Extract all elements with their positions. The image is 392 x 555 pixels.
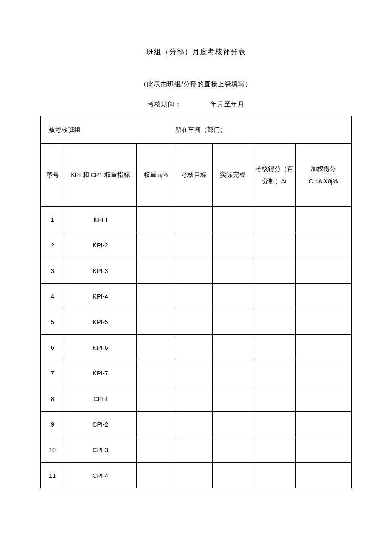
cell-weighted — [296, 284, 352, 309]
cell-weight — [137, 309, 175, 335]
header-seq: 序号 — [41, 144, 64, 207]
assessment-period: 考核期间： 年月至年月 — [40, 100, 352, 108]
cell-seq: 3 — [41, 258, 64, 284]
cell-weight — [137, 284, 175, 309]
header-weighted: 加权得分 Ci=AiX8j% — [296, 144, 352, 207]
cell-actual — [213, 258, 253, 284]
dept-label: 所在车间（部门） — [175, 116, 253, 144]
cell-name: KPI-4 — [64, 284, 137, 309]
cell-weight — [137, 207, 175, 232]
cell-seq: 2 — [41, 232, 64, 258]
cell-score — [253, 437, 296, 463]
cell-name: CPI-4 — [64, 463, 137, 488]
cell-target — [175, 284, 213, 309]
cell-name: CPI-I — [64, 386, 137, 412]
cell-actual — [213, 360, 253, 386]
header-score: 考核得分（百分制）Ai — [253, 144, 296, 207]
cell-name: KPI-3 — [64, 258, 137, 284]
cell-score — [253, 309, 296, 335]
cell-weight — [137, 437, 175, 463]
cell-name: KPI-7 — [64, 360, 137, 386]
cell-seq: 10 — [41, 437, 64, 463]
cell-target — [175, 335, 213, 360]
cell-target — [175, 437, 213, 463]
cell-actual — [213, 232, 253, 258]
table-row: 5KPI-5 — [41, 309, 352, 335]
cell-seq: 11 — [41, 463, 64, 488]
header-kpi: KPI 和 CP1 权重指标 — [64, 144, 137, 207]
cell-actual — [213, 412, 253, 437]
cell-weighted — [296, 463, 352, 488]
cell-score — [253, 360, 296, 386]
cell-name: KPI-6 — [64, 335, 137, 360]
cell-weighted — [296, 335, 352, 360]
cell-score — [253, 207, 296, 232]
cell-weight — [137, 463, 175, 488]
cell-actual — [213, 309, 253, 335]
cell-seq: 8 — [41, 386, 64, 412]
table-row: 6KPI-6 — [41, 335, 352, 360]
cell-weight — [137, 360, 175, 386]
cell-actual — [213, 386, 253, 412]
cell-target — [175, 207, 213, 232]
cell-actual — [213, 207, 253, 232]
header-weight: 权重 ai% — [137, 144, 175, 207]
table-row: 11CPI-4 — [41, 463, 352, 488]
cell-name: KPI-5 — [64, 309, 137, 335]
cell-actual — [213, 437, 253, 463]
cell-seq: 6 — [41, 335, 64, 360]
cell-seq: 1 — [41, 207, 64, 232]
table-row: 7KPI-7 — [41, 360, 352, 386]
header-weighted-formula: Ci=AiX8j% — [309, 178, 338, 185]
team-label: 被考核班组 — [41, 116, 175, 144]
cell-score — [253, 335, 296, 360]
cell-seq: 4 — [41, 284, 64, 309]
table-row: 10CPI-3 — [41, 437, 352, 463]
cell-weighted — [296, 437, 352, 463]
cell-weight — [137, 386, 175, 412]
cell-weighted — [296, 360, 352, 386]
dept-value — [253, 116, 352, 144]
header-weight-suffix: % — [162, 171, 168, 178]
cell-actual — [213, 284, 253, 309]
cell-weight — [137, 335, 175, 360]
cell-name: CPI-3 — [64, 437, 137, 463]
header-target: 考核目标 — [175, 144, 213, 207]
cell-weight — [137, 258, 175, 284]
cell-score — [253, 232, 296, 258]
cell-name: KPI-I — [64, 207, 137, 232]
header-weight-prefix: 权重 a — [144, 171, 161, 178]
cell-weighted — [296, 232, 352, 258]
cell-actual — [213, 335, 253, 360]
cell-target — [175, 386, 213, 412]
info-row: 被考核班组 所在车间（部门） — [41, 116, 352, 144]
cell-target — [175, 412, 213, 437]
cell-weighted — [296, 412, 352, 437]
table-row: 8CPI-I — [41, 386, 352, 412]
period-range: 年月至年月 — [210, 100, 245, 108]
cell-target — [175, 463, 213, 488]
header-row: 序号 KPI 和 CP1 权重指标 权重 ai% 考核目标 实际完成 考核得分（… — [41, 144, 352, 207]
assessment-table: 被考核班组 所在车间（部门） 序号 KPI 和 CP1 权重指标 权重 ai% … — [40, 116, 352, 488]
cell-target — [175, 309, 213, 335]
table-row: 4KPI-4 — [41, 284, 352, 309]
cell-score — [253, 386, 296, 412]
cell-seq: 9 — [41, 412, 64, 437]
cell-seq: 7 — [41, 360, 64, 386]
cell-name: KPI-2 — [64, 232, 137, 258]
page-subtitle: （此表由班组/分部的直接上级填写） — [40, 80, 352, 88]
cell-target — [175, 258, 213, 284]
cell-weighted — [296, 207, 352, 232]
cell-weighted — [296, 386, 352, 412]
header-actual: 实际完成 — [213, 144, 253, 207]
cell-target — [175, 360, 213, 386]
cell-weighted — [296, 258, 352, 284]
cell-weight — [137, 232, 175, 258]
table-row: 9CPI-2 — [41, 412, 352, 437]
cell-score — [253, 284, 296, 309]
cell-seq: 5 — [41, 309, 64, 335]
cell-name: CPI-2 — [64, 412, 137, 437]
cell-score — [253, 412, 296, 437]
cell-weight — [137, 412, 175, 437]
table-row: 3KPI-3 — [41, 258, 352, 284]
